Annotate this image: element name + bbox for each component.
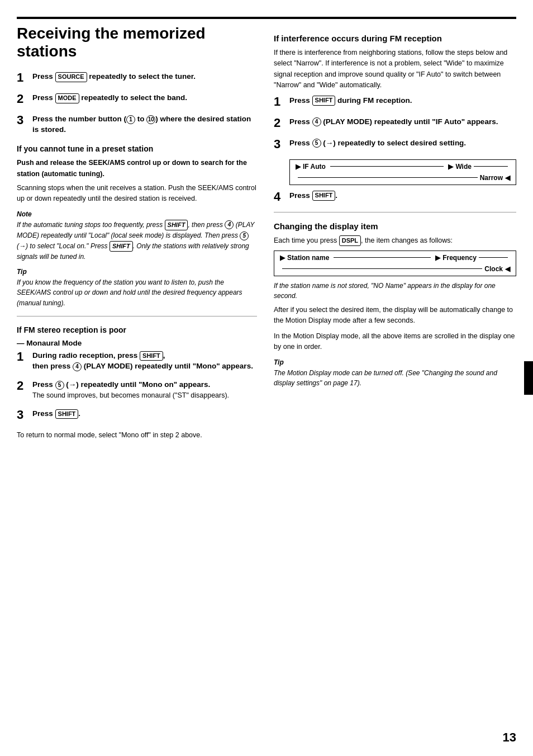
step-3: 3 Press the number button (1 to 10) wher… bbox=[17, 114, 257, 135]
step-2: 2 Press MODE repeatedly to select the ba… bbox=[17, 93, 257, 106]
tip-text-preset: If you know the frequency of the station… bbox=[17, 277, 257, 309]
clock-label: Clock bbox=[484, 265, 503, 273]
shift-key-note: SHIFT bbox=[165, 220, 188, 230]
preset-section-heading: If you cannot tune in a preset station bbox=[17, 144, 257, 153]
int-step-2-text: Press 4 (PLAY MODE) repeatedly until "IF… bbox=[289, 117, 516, 127]
circle-5-int3: 5 bbox=[312, 139, 321, 148]
int-step-1: 1 Press SHIFT during FM reception. bbox=[274, 96, 516, 109]
shift-key-fm1: SHIFT bbox=[140, 351, 163, 361]
step-3-text: Press the number button (1 to 10) where … bbox=[32, 114, 257, 135]
fm-step-2-num: 2 bbox=[17, 379, 32, 393]
preset-body: Scanning stops when the unit receives a … bbox=[17, 183, 257, 205]
shift-key-int1: SHIFT bbox=[312, 96, 336, 105]
fm-step-2: 2 Press 5 (→) repeatedly until "Mono on"… bbox=[17, 380, 257, 401]
int-step-4-num: 4 bbox=[274, 190, 289, 204]
int-step-3: 3 Press 5 (→) repeatedly to select desir… bbox=[274, 138, 516, 152]
fm-step-2-text: Press 5 (→) repeatedly until "Mono on" a… bbox=[32, 380, 257, 401]
display-body1: After if you select the desired item, th… bbox=[274, 305, 516, 327]
num-10-circle: 10 bbox=[146, 115, 155, 124]
circle-4-note: 4 bbox=[225, 220, 234, 229]
display-flow-diagram: ▶ Station name ▶ Frequency Clock ◀ bbox=[274, 251, 516, 276]
circle-4-fm1: 4 bbox=[73, 362, 82, 371]
note-label: Note bbox=[17, 210, 257, 218]
circle-5-fm2: 5 bbox=[55, 381, 64, 390]
wide-label: Wide bbox=[455, 163, 472, 171]
left-column: Receiving the memorized stations 1 Press… bbox=[17, 25, 257, 739]
mode-key: MODE bbox=[55, 93, 79, 103]
top-rule bbox=[17, 17, 516, 19]
int-step-2: 2 Press 4 (PLAY MODE) repeatedly until "… bbox=[274, 117, 516, 130]
int-step-1-text: Press SHIFT during FM reception. bbox=[289, 96, 516, 106]
preset-bold-para: Push and release the SEEK/AMS control up… bbox=[17, 158, 257, 179]
mono-dash: — Monaural Mode bbox=[17, 339, 257, 347]
display-body2: In the Motion Display mode, all the abov… bbox=[274, 331, 516, 353]
int-step-4-text: Press SHIFT. bbox=[289, 191, 516, 201]
display-heading: Changing the display item bbox=[274, 221, 516, 231]
frequency-label: Frequency bbox=[442, 254, 477, 262]
step-2-num: 2 bbox=[17, 92, 32, 106]
if-auto-flow-diagram: ▶ IF Auto ▶ Wide Narrow ◀ bbox=[289, 159, 516, 185]
main-layout: Receiving the memorized stations 1 Press… bbox=[17, 25, 516, 739]
fm-step-3-text: Press SHIFT. bbox=[32, 409, 257, 419]
right-column: If interference occurs during FM recepti… bbox=[274, 25, 516, 739]
divider-2 bbox=[274, 212, 516, 212]
fm-step-3: 3 Press SHIFT. bbox=[17, 409, 257, 422]
right-tab bbox=[524, 361, 533, 395]
narrow-label: Narrow bbox=[480, 174, 503, 182]
station-name-label: Station name bbox=[287, 254, 329, 262]
fm-step-1-text: During radio reception, press SHIFT,then… bbox=[32, 351, 257, 372]
circle-4-int2: 4 bbox=[312, 117, 321, 126]
step-1-num: 1 bbox=[17, 70, 32, 85]
fm-footer: To return to normal mode, select "Mono o… bbox=[17, 430, 257, 441]
divider-1 bbox=[17, 316, 257, 316]
display-intro: Each time you press DSPL, the item chang… bbox=[274, 235, 516, 246]
num-1-circle: 1 bbox=[126, 115, 135, 124]
shift-key-int4: SHIFT bbox=[312, 191, 336, 200]
step-2-text: Press MODE repeatedly to select the band… bbox=[32, 93, 257, 103]
if-auto-label: IF Auto bbox=[303, 163, 326, 171]
step-3-num: 3 bbox=[17, 113, 32, 127]
circle-5-note: 5 bbox=[240, 231, 249, 240]
interference-body: If there is interference from neighborin… bbox=[274, 48, 516, 91]
page-number: 13 bbox=[503, 730, 516, 745]
source-key: SOURCE bbox=[55, 72, 87, 82]
page: Receiving the memorized stations 1 Press… bbox=[0, 0, 533, 756]
int-step-4: 4 Press SHIFT. bbox=[274, 191, 516, 204]
display-italic-note: If the station name is not stored, "NO N… bbox=[274, 281, 516, 301]
step-1-text: Press SOURCE repeatedly to select the tu… bbox=[32, 72, 257, 82]
shift-key-fm3: SHIFT bbox=[55, 409, 79, 419]
fm-stereo-heading: If FM stereo reception is poor bbox=[17, 325, 257, 334]
shift-key-note2: SHIFT bbox=[110, 241, 133, 252]
tip-text-display: The Motion Display mode can be turned of… bbox=[274, 368, 516, 389]
int-step-3-num: 3 bbox=[274, 137, 289, 152]
fm-step-1: 1 During radio reception, press SHIFT,th… bbox=[17, 351, 257, 372]
dspl-key: DSPL bbox=[339, 235, 361, 246]
interference-heading: If interference occurs during FM recepti… bbox=[274, 34, 516, 43]
tip-label-display: Tip bbox=[274, 358, 516, 366]
fm-step-3-num: 3 bbox=[17, 408, 32, 422]
note-text: If the automatic tuning stops too freque… bbox=[17, 220, 257, 262]
page-title: Receiving the memorized stations bbox=[17, 25, 257, 60]
int-step-2-num: 2 bbox=[274, 116, 289, 130]
int-step-1-num: 1 bbox=[274, 94, 289, 109]
tip-label-preset: Tip bbox=[17, 268, 257, 276]
int-step-3-text: Press 5 (→) repeatedly to select desired… bbox=[289, 138, 516, 149]
fm-step-1-num: 1 bbox=[17, 349, 32, 364]
step-1: 1 Press SOURCE repeatedly to select the … bbox=[17, 72, 257, 85]
